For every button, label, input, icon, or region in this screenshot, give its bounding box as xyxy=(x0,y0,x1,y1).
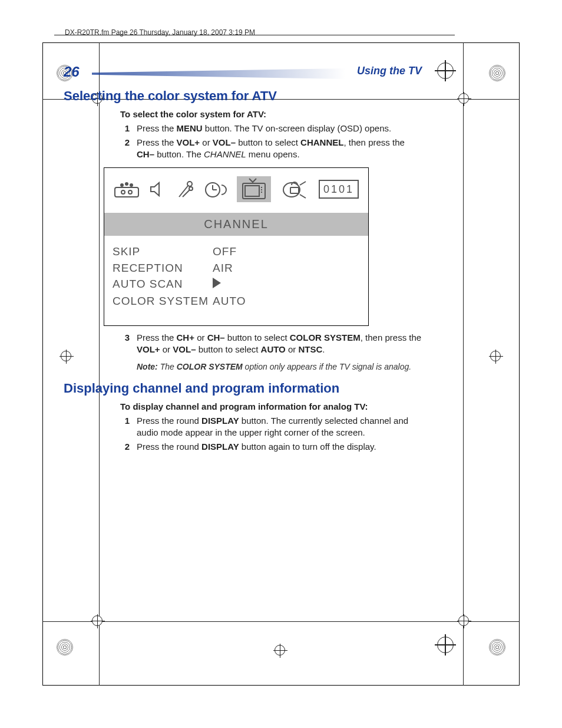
step-text: Press the VOL+ or VOL– button to select … xyxy=(137,137,422,161)
setup-icon xyxy=(177,179,194,199)
svg-point-7 xyxy=(189,187,193,190)
svg-point-5 xyxy=(128,190,132,194)
registration-ball-icon xyxy=(489,639,505,655)
registration-mark-icon xyxy=(275,645,285,655)
osd-row-value xyxy=(213,276,360,292)
registration-mark-icon xyxy=(437,637,454,653)
page-header: 26 Using the TV xyxy=(64,64,422,84)
page-number: 26 xyxy=(64,64,80,80)
step-number: 3 xyxy=(120,332,130,356)
osd-screenshot: 0101 CHANNEL SKIP OFF RECEPTION AIR AUTO… xyxy=(104,167,369,326)
lock-icon xyxy=(281,179,309,199)
header-wedge-icon xyxy=(92,68,345,79)
svg-point-6 xyxy=(187,182,192,186)
svg-point-1 xyxy=(121,184,123,186)
crop-line xyxy=(463,42,464,686)
osd-row-value: AUTO xyxy=(213,294,360,309)
page-content: 26 Using the TV Selecting the color syst… xyxy=(64,64,422,459)
step-number: 1 xyxy=(120,415,130,439)
section-title: Using the TV xyxy=(357,65,422,77)
crop-line xyxy=(42,621,520,622)
sound-icon xyxy=(149,180,167,198)
step-text: Press the MENU button. The TV on-screen … xyxy=(137,123,422,134)
step-text: Press the round DISPLAY button. The curr… xyxy=(137,415,422,439)
running-head: DX-R20TR.fm Page 26 Thursday, January 18… xyxy=(65,28,255,37)
svg-rect-10 xyxy=(245,186,259,196)
registration-ball-icon xyxy=(489,65,505,81)
step-item: 2 Press the VOL+ or VOL– button to selec… xyxy=(120,137,422,161)
osd-row-label: RECEPTION xyxy=(113,261,213,276)
timer-icon xyxy=(204,179,227,199)
registration-mark-icon xyxy=(458,615,469,626)
registration-ball-icon xyxy=(57,639,73,655)
registration-mark-icon xyxy=(490,351,501,361)
note: Note: The COLOR SYSTEM option only appea… xyxy=(137,361,422,373)
heading-color-system: Selecting the color system for ATV xyxy=(64,88,422,104)
step-item: 1 Press the MENU button. The TV on-scree… xyxy=(120,123,422,134)
svg-point-4 xyxy=(121,190,125,194)
registration-mark-icon xyxy=(437,62,454,79)
registration-mark-icon xyxy=(92,615,103,626)
procedure-steps-continued: 3 Press the CH+ or CH– button to select … xyxy=(120,332,422,356)
osd-menu: SKIP OFF RECEPTION AIR AUTO SCAN COLOR S… xyxy=(113,244,360,309)
step-item: 2 Press the round DISPLAY button again t… xyxy=(120,441,422,453)
play-arrow-icon xyxy=(213,278,221,288)
osd-row-value: OFF xyxy=(213,244,360,259)
note-label: Note: xyxy=(137,362,158,371)
procedure-steps: 1 Press the MENU button. The TV on-scree… xyxy=(120,123,422,160)
osd-row-label: COLOR SYSTEM xyxy=(113,294,213,309)
osd-title: CHANNEL xyxy=(104,213,368,236)
svg-point-3 xyxy=(130,184,133,186)
osd-code: 0101 xyxy=(319,180,359,199)
step-item: 1 Press the round DISPLAY button. The cu… xyxy=(120,415,422,439)
channel-icon xyxy=(237,176,271,202)
registration-mark-icon xyxy=(458,93,469,104)
step-number: 2 xyxy=(120,137,130,161)
step-text: Press the round DISPLAY button again to … xyxy=(137,441,422,453)
step-number: 1 xyxy=(120,123,130,134)
procedure-lead: To select the color system for ATV: xyxy=(120,108,422,120)
osd-row-label: AUTO SCAN xyxy=(113,276,213,292)
osd-row-label: SKIP xyxy=(113,244,213,259)
step-item: 3 Press the CH+ or CH– button to select … xyxy=(120,332,422,356)
heading-display-info: Displaying channel and program informati… xyxy=(64,381,422,396)
svg-point-2 xyxy=(125,183,128,185)
svg-rect-0 xyxy=(115,187,138,197)
osd-row-value: AIR xyxy=(213,261,360,276)
procedure-lead: To display channel and program informati… xyxy=(120,401,422,413)
procedure-steps: 1 Press the round DISPLAY button. The cu… xyxy=(120,415,422,453)
svg-rect-15 xyxy=(290,187,299,193)
osd-icon-row: 0101 xyxy=(113,175,360,207)
picture-icon xyxy=(114,180,140,198)
step-number: 2 xyxy=(120,441,130,453)
step-text: Press the CH+ or CH– button to select CO… xyxy=(137,332,422,356)
